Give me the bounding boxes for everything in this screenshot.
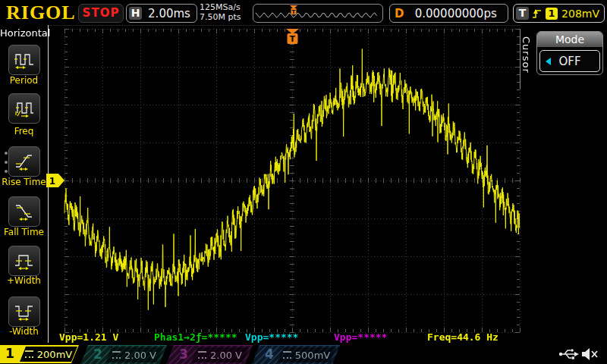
rising-edge-icon — [532, 7, 543, 20]
channel-3-scale: 2.00 V — [210, 350, 242, 361]
measurement-vpp-ch3: Vpp=***** — [334, 331, 387, 343]
svg-text:T: T — [292, 9, 296, 15]
fall-time-button[interactable] — [8, 196, 40, 227]
cursor-mode-widget: Mode OFF — [536, 31, 603, 75]
freq-icon — [14, 99, 34, 118]
minus-width-icon — [14, 302, 34, 322]
channel-2-chip[interactable]: 2 2.00 V — [80, 345, 167, 364]
channel-3-number: 3 — [179, 347, 188, 362]
dc-coupling-icon — [283, 351, 291, 359]
channel1-offset-marker[interactable]: 1 — [46, 174, 64, 187]
fall-time-icon — [14, 202, 34, 221]
panel-borders — [0, 0, 607, 364]
period-button[interactable] — [8, 45, 40, 75]
trigger-level-value: 208mV — [558, 8, 599, 20]
run-state-badge[interactable]: STOP — [78, 4, 124, 23]
fall-time-label: Fall Time — [0, 227, 48, 237]
plus-width-label: +Width — [0, 275, 48, 286]
top-status-bar: RIGOL STOP H 2.00ms 125MSa/s 7.50M pts T… — [0, 0, 607, 26]
channel-4-chip[interactable]: 4 500mV — [252, 345, 340, 364]
speaker-muted-icon — [581, 347, 599, 362]
channel-4-scale: 500mV — [295, 350, 330, 361]
channel-3-chip[interactable]: 3 2.00 V — [166, 345, 253, 364]
freq-label: Freq — [0, 126, 48, 136]
svg-text:1: 1 — [49, 176, 55, 187]
channel-2-number: 2 — [93, 347, 102, 362]
delay-value: 0.00000000ps — [404, 7, 508, 20]
h-chip: H — [129, 7, 142, 20]
dc-coupling-icon — [25, 350, 33, 358]
mode-header: Mode — [537, 32, 602, 47]
cursor-mode-button[interactable]: OFF — [539, 50, 600, 72]
channel-2-scale: 2.00 V — [124, 350, 156, 361]
channel-4-number: 4 — [265, 347, 274, 362]
waveform-preview-strip[interactable]: T — [253, 4, 383, 23]
measurement-phase: Phas1→2ƒ=***** — [154, 331, 237, 343]
rise-time-label: Rise Time — [0, 177, 48, 187]
menu-page-dot — [5, 170, 8, 173]
sample-rate: 125MSa/s — [200, 2, 241, 12]
plus-width-button[interactable] — [8, 246, 40, 276]
d-chip: D — [395, 7, 404, 20]
svg-text:T: T — [290, 34, 296, 44]
channel-1-chip[interactable]: 1 200mV — [0, 345, 79, 363]
dc-coupling-icon — [198, 351, 206, 359]
cursor-menu-tab: Cursor — [521, 36, 532, 74]
menu-page-dot — [5, 161, 8, 164]
channel-status-bar: 1 200mV 2 2.00 V 3 2.00 — [0, 344, 607, 364]
timebase-value: 2.00ms — [142, 7, 197, 20]
trigger-source-badge: 1 — [546, 8, 558, 20]
preview-wave-icon: T — [253, 5, 381, 20]
measurement-vpp-ch1: Vpp=1.21 V — [59, 331, 118, 343]
memory-depth: 7.50M pts — [200, 12, 241, 22]
oscilloscope-screen: RIGOL STOP H 2.00ms 125MSa/s 7.50M pts T… — [0, 0, 607, 364]
measurement-vpp-ch2: Vpp=***** — [245, 331, 298, 343]
t-chip: T — [516, 7, 529, 20]
freq-button[interactable] — [8, 93, 40, 124]
graticule-waveform-canvas — [0, 0, 607, 364]
trigger-position-marker[interactable]: T — [286, 29, 299, 48]
horizontal-timebase-box[interactable]: H 2.00ms — [126, 4, 197, 23]
brand-logo: RIGOL — [6, 2, 76, 24]
cursor-mode-value: OFF — [558, 55, 580, 68]
acquisition-info: 125MSa/s 7.50M pts — [200, 2, 241, 22]
minus-width-button[interactable] — [8, 297, 40, 327]
period-icon — [14, 50, 34, 70]
left-triangle-icon — [546, 58, 551, 65]
channel-1-number: 1 — [5, 346, 14, 361]
plus-width-icon — [14, 251, 34, 271]
period-label: Period — [0, 75, 48, 86]
menu-page-dot — [5, 152, 8, 155]
measure-menu-title: Horizontal — [0, 27, 48, 39]
measurement-freq: Freq=44.6 Hz — [427, 331, 498, 343]
minus-width-label: -Width — [0, 326, 48, 337]
rise-time-icon — [14, 152, 34, 171]
channel-1-scale: 200mV — [37, 349, 72, 360]
trigger-info-box[interactable]: T 1 208mV — [513, 4, 605, 23]
usb-icon — [558, 347, 580, 361]
dc-coupling-icon — [112, 351, 121, 359]
rise-time-button[interactable] — [8, 146, 40, 177]
trigger-delay-box[interactable]: D 0.00000000ps — [389, 4, 508, 23]
